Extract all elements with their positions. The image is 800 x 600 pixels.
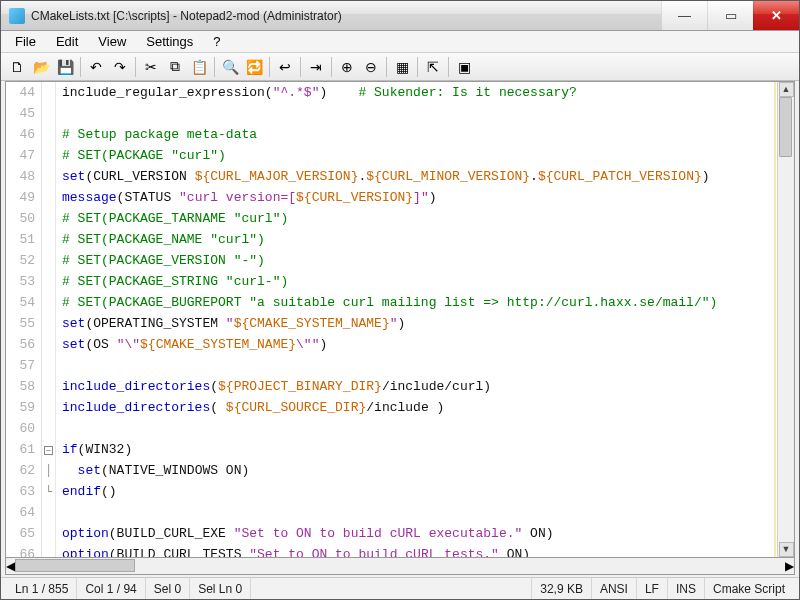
menu-help[interactable]: ? [205, 32, 228, 51]
status-mode[interactable]: INS [668, 578, 705, 599]
toolbar-separator [331, 57, 332, 77]
editor[interactable]: 4445464748495051525354555657585960616263… [5, 81, 795, 558]
maximize-button[interactable]: ▭ [707, 1, 753, 30]
ontop-icon[interactable]: ⇱ [422, 56, 444, 78]
zoom-in-icon[interactable]: ⊕ [336, 56, 358, 78]
code-line[interactable] [62, 103, 777, 124]
new-file-icon[interactable]: 🗋 [6, 56, 28, 78]
code-line[interactable]: set(OPERATING_SYSTEM "${CMAKE_SYSTEM_NAM… [62, 313, 777, 334]
line-number[interactable]: 62 [6, 460, 35, 481]
line-number[interactable]: 50 [6, 208, 35, 229]
horizontal-scrollbar[interactable]: ◀ ▶ [5, 558, 795, 575]
scroll-left-icon[interactable]: ◀ [6, 559, 15, 573]
line-number[interactable]: 58 [6, 376, 35, 397]
line-number-gutter[interactable]: 4445464748495051525354555657585960616263… [6, 82, 42, 557]
line-number[interactable]: 49 [6, 187, 35, 208]
menu-edit[interactable]: Edit [48, 32, 86, 51]
code-line[interactable]: endif() [62, 481, 777, 502]
code-line[interactable]: # SET(PACKAGE_NAME "curl") [62, 229, 777, 250]
titlebar[interactable]: CMakeLists.txt [C:\scripts] - Notepad2-m… [1, 1, 799, 31]
code-line[interactable]: # SET(PACKAGE_TARNAME "curl") [62, 208, 777, 229]
run-icon[interactable]: ▣ [453, 56, 475, 78]
menu-file[interactable]: File [7, 32, 44, 51]
code-line[interactable]: include_directories( ${CURL_SOURCE_DIR}/… [62, 397, 777, 418]
vscroll-thumb[interactable] [779, 97, 792, 157]
line-number[interactable]: 57 [6, 355, 35, 376]
line-number[interactable]: 44 [6, 82, 35, 103]
save-icon[interactable]: 💾 [54, 56, 76, 78]
status-encoding[interactable]: ANSI [592, 578, 637, 599]
zoom-out-icon[interactable]: ⊖ [360, 56, 382, 78]
code-line[interactable] [62, 502, 777, 523]
line-number[interactable]: 56 [6, 334, 35, 355]
code-line[interactable] [62, 418, 777, 439]
scroll-right-icon[interactable]: ▶ [785, 559, 794, 573]
code-line[interactable]: if(WIN32) [62, 439, 777, 460]
fold-empty [42, 523, 55, 544]
line-number[interactable]: 54 [6, 292, 35, 313]
line-number[interactable]: 48 [6, 166, 35, 187]
line-number[interactable]: 59 [6, 397, 35, 418]
undo-icon[interactable]: ↶ [85, 56, 107, 78]
redo-icon[interactable]: ↷ [109, 56, 131, 78]
line-number[interactable]: 63 [6, 481, 35, 502]
line-number[interactable]: 52 [6, 250, 35, 271]
menu-settings[interactable]: Settings [138, 32, 201, 51]
line-number[interactable]: 51 [6, 229, 35, 250]
code-line[interactable]: set(OS "\"${CMAKE_SYSTEM_NAME}\"") [62, 334, 777, 355]
indent-icon[interactable]: ⇥ [305, 56, 327, 78]
status-sel-ln[interactable]: Sel Ln 0 [190, 578, 251, 599]
fold-column[interactable]: −│└ [42, 82, 56, 557]
code-line[interactable]: set(NATIVE_WINDOWS ON) [62, 460, 777, 481]
fold-marker[interactable]: − [42, 439, 55, 460]
code-line[interactable]: message(STATUS "curl version=[${CURL_VER… [62, 187, 777, 208]
line-number[interactable]: 47 [6, 145, 35, 166]
scheme-icon[interactable]: ▦ [391, 56, 413, 78]
open-file-icon[interactable]: 📂 [30, 56, 52, 78]
code-line[interactable]: # SET(PACKAGE_STRING "curl-") [62, 271, 777, 292]
change-marker [774, 82, 776, 557]
line-number[interactable]: 61 [6, 439, 35, 460]
cut-icon[interactable]: ✂ [140, 56, 162, 78]
code-line[interactable]: # SET(PACKAGE_BUGREPORT "a suitable curl… [62, 292, 777, 313]
status-eol[interactable]: LF [637, 578, 668, 599]
line-number[interactable]: 45 [6, 103, 35, 124]
status-line[interactable]: Ln 1 / 855 [7, 578, 77, 599]
scroll-down-icon[interactable]: ▼ [779, 542, 794, 557]
line-number[interactable]: 53 [6, 271, 35, 292]
paste-icon[interactable]: 📋 [188, 56, 210, 78]
scroll-up-icon[interactable]: ▲ [779, 82, 794, 97]
status-sel[interactable]: Sel 0 [146, 578, 190, 599]
line-number[interactable]: 60 [6, 418, 35, 439]
status-size[interactable]: 32,9 KB [532, 578, 592, 599]
wordwrap-icon[interactable]: ↩ [274, 56, 296, 78]
fold-marker[interactable]: │ [42, 460, 55, 481]
code-line[interactable]: set(CURL_VERSION ${CURL_MAJOR_VERSION}.$… [62, 166, 777, 187]
code-line[interactable]: # SET(PACKAGE "curl") [62, 145, 777, 166]
code-line[interactable]: include_directories(${PROJECT_BINARY_DIR… [62, 376, 777, 397]
status-col[interactable]: Col 1 / 94 [77, 578, 145, 599]
code-line[interactable]: include_regular_expression("^.*$") # Suk… [62, 82, 777, 103]
line-number[interactable]: 55 [6, 313, 35, 334]
line-number[interactable]: 46 [6, 124, 35, 145]
code-line[interactable]: # SET(PACKAGE_VERSION "-") [62, 250, 777, 271]
fold-marker[interactable]: └ [42, 481, 55, 502]
vertical-scrollbar[interactable]: ▲ ▼ [777, 82, 794, 557]
menu-view[interactable]: View [90, 32, 134, 51]
code-line[interactable]: option(BUILD_CURL_TESTS "Set to ON to bu… [62, 544, 777, 558]
code-line[interactable]: # Setup package meta-data [62, 124, 777, 145]
find-icon[interactable]: 🔍 [219, 56, 241, 78]
hscroll-thumb[interactable] [15, 559, 135, 572]
line-number[interactable]: 66 [6, 544, 35, 558]
close-button[interactable]: ✕ [753, 1, 799, 30]
copy-icon[interactable]: ⧉ [164, 56, 186, 78]
status-lexer[interactable]: Cmake Script [705, 578, 793, 599]
line-number[interactable]: 64 [6, 502, 35, 523]
code-line[interactable]: option(BUILD_CURL_EXE "Set to ON to buil… [62, 523, 777, 544]
fold-empty [42, 397, 55, 418]
minimize-button[interactable]: — [661, 1, 707, 30]
line-number[interactable]: 65 [6, 523, 35, 544]
code-line[interactable] [62, 355, 777, 376]
code-area[interactable]: include_regular_expression("^.*$") # Suk… [56, 82, 777, 557]
replace-icon[interactable]: 🔁 [243, 56, 265, 78]
